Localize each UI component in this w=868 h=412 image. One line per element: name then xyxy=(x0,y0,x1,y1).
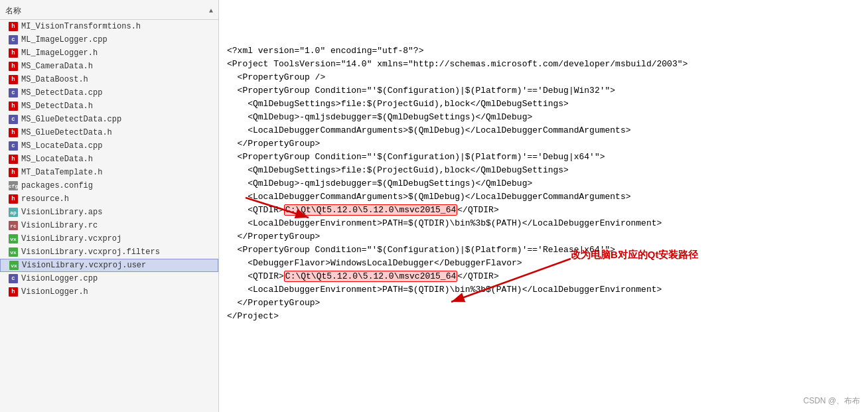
file-item[interactable]: hresource.h xyxy=(0,192,218,206)
file-name-label: MI_VisionTransformtions.h xyxy=(21,22,141,31)
code-line: </PropertyGroup> xyxy=(227,297,860,310)
file-type-icon: h xyxy=(8,61,19,72)
xml-code-block: <?xml version="1.0" encoding="utf-8"?><P… xyxy=(227,5,860,323)
file-name-label: VisionLibrary.vcxproj xyxy=(21,234,121,243)
file-name-label: MS_GlueDetectData.h xyxy=(21,128,112,137)
code-line: <PropertyGroup Condition="'$(Configurati… xyxy=(227,84,860,98)
code-line: <?xml version="1.0" encoding="utf-8"?> xyxy=(227,44,860,58)
file-sidebar: 名称 ▲ hMI_VisionTransformtions.hcML_Image… xyxy=(0,0,219,412)
file-type-icon: c xyxy=(8,273,19,284)
file-type-icon: vx xyxy=(9,260,19,271)
file-type-icon: vx xyxy=(8,247,19,257)
sort-icon[interactable]: ▲ xyxy=(209,7,213,15)
file-item[interactable]: vxVisionLibrary.vcxproj.filters xyxy=(0,245,218,259)
file-type-icon: h xyxy=(8,48,19,58)
file-item[interactable]: rcVisionLibrary.rc xyxy=(0,219,218,232)
file-name-label: VisionLibrary.rc xyxy=(21,221,98,230)
file-type-icon: vx xyxy=(8,234,19,244)
watermark: CSDN @、布布 xyxy=(803,395,860,407)
code-line: <QmlDebug>-qmljsdebugger=$(QmlDebugSetti… xyxy=(227,177,860,190)
code-line: </PropertyGroup> xyxy=(227,230,860,243)
file-list: hMI_VisionTransformtions.hcML_ImageLogge… xyxy=(0,20,218,299)
file-item[interactable]: hMS_GlueDetectData.h xyxy=(0,126,218,139)
file-item[interactable]: vxVisionLibrary.vcxproj.user xyxy=(0,259,218,272)
file-type-icon: c xyxy=(8,141,19,151)
file-name-label: resource.h xyxy=(21,194,69,204)
file-type-icon: h xyxy=(8,101,19,111)
code-line: <LocalDebuggerEnvironment>PATH=$(QTDIR)\… xyxy=(227,217,860,230)
code-line: <QmlDebug>-qmljsdebugger=$(QmlDebugSetti… xyxy=(227,111,860,124)
code-line: <QTDIR>C:\Qt\Qt5.12.0\5.12.0\msvc2015_64… xyxy=(227,204,860,217)
qtdir-highlight: C:\Qt\Qt5.12.0\5.12.0\msvc2015_64 xyxy=(284,271,457,282)
file-name-label: VisionLogger.h xyxy=(21,287,88,297)
file-item[interactable]: cfgpackages.config xyxy=(0,179,218,192)
file-name-label: MS_DetectData.h xyxy=(21,102,93,111)
main-code-area: <?xml version="1.0" encoding="utf-8"?><P… xyxy=(219,0,868,412)
file-type-icon: cfg xyxy=(8,180,19,191)
code-line: <QmlDebugSettings>file:$(ProjectGuid),bl… xyxy=(227,98,860,111)
code-line: <PropertyGroup Condition="'$(Configurati… xyxy=(227,151,860,164)
file-type-icon: h xyxy=(8,287,19,297)
file-type-icon: h xyxy=(8,154,19,165)
file-item[interactable]: hMS_LocateData.h xyxy=(0,153,218,166)
file-name-label: MS_LocateData.h xyxy=(21,155,93,164)
file-name-label: MS_DetectData.cpp xyxy=(21,88,102,98)
file-name-label: MT_DataTemplate.h xyxy=(21,168,102,177)
file-name-label: VisionLogger.cpp xyxy=(21,274,98,283)
qtdir-highlight: C:\Qt\Qt5.12.0\5.12.0\msvc2015_64 xyxy=(284,204,457,216)
file-item[interactable]: vxVisionLibrary.vcxproj xyxy=(0,232,218,245)
code-line: <LocalDebuggerCommandArguments>$(QmlDebu… xyxy=(227,190,860,204)
file-name-label: ML_ImageLogger.cpp xyxy=(21,35,108,44)
file-type-icon: h xyxy=(8,167,19,178)
code-line: <PropertyGroup /> xyxy=(227,71,860,84)
code-line: <QmlDebugSettings>file:$(ProjectGuid),bl… xyxy=(227,164,860,177)
code-line: </Project> xyxy=(227,310,860,323)
code-line: <Project ToolsVersion="14.0" xmlns="http… xyxy=(227,58,860,71)
code-line: </PropertyGroup> xyxy=(227,137,860,151)
file-type-icon: h xyxy=(8,74,19,85)
file-item[interactable]: cMS_GlueDetectData.cpp xyxy=(0,113,218,126)
file-type-icon: c xyxy=(8,34,19,45)
file-type-icon: rc xyxy=(8,220,19,231)
sidebar-header-title: 名称 xyxy=(5,5,21,17)
file-type-icon: ap xyxy=(8,207,19,218)
file-item[interactable]: hML_ImageLogger.h xyxy=(0,46,218,60)
file-name-label: VisionLibrary.vcxproj.filters xyxy=(21,247,160,257)
code-line: <LocalDebuggerCommandArguments>$(QmlDebu… xyxy=(227,124,860,137)
file-item[interactable]: hMS_DataBoost.h xyxy=(0,73,218,86)
sidebar-header: 名称 ▲ xyxy=(0,3,218,20)
code-line: <DebuggerFlavor>WindowsLocalDebugger</De… xyxy=(227,257,860,270)
file-name-label: MS_DataBoost.h xyxy=(21,75,88,84)
file-item[interactable]: hVisionLogger.h xyxy=(0,285,218,299)
file-item[interactable]: apVisionLibrary.aps xyxy=(0,206,218,219)
file-name-label: ML_ImageLogger.h xyxy=(21,48,98,58)
file-item[interactable]: cMS_DetectData.cpp xyxy=(0,86,218,100)
file-item[interactable]: cMS_LocateData.cpp xyxy=(0,139,218,153)
file-item[interactable]: hMI_VisionTransformtions.h xyxy=(0,20,218,33)
file-name-label: MS_GlueDetectData.cpp xyxy=(21,115,121,124)
file-type-icon: c xyxy=(8,88,19,98)
file-item[interactable]: hMS_DetectData.h xyxy=(0,100,218,113)
file-item[interactable]: hMT_DataTemplate.h xyxy=(0,166,218,179)
file-type-icon: c xyxy=(8,114,19,125)
code-line: <QTDIR>C:\Qt\Qt5.12.0\5.12.0\msvc2015_64… xyxy=(227,270,860,283)
file-name-label: packages.config xyxy=(21,181,93,190)
file-item[interactable]: cML_ImageLogger.cpp xyxy=(0,33,218,46)
file-name-label: MS_CameraData.h xyxy=(21,62,93,71)
file-type-icon: h xyxy=(8,194,19,204)
file-name-label: MS_LocateData.cpp xyxy=(21,141,102,151)
file-item[interactable]: hMS_CameraData.h xyxy=(0,60,218,73)
file-item[interactable]: cVisionLogger.cpp xyxy=(0,272,218,285)
file-type-icon: h xyxy=(8,21,19,32)
code-line: <LocalDebuggerEnvironment>PATH=$(QTDIR)\… xyxy=(227,283,860,297)
file-name-label: VisionLibrary.aps xyxy=(21,208,102,217)
code-line: <PropertyGroup Condition="'$(Configurati… xyxy=(227,243,860,257)
file-name-label: VisionLibrary.vcxproj.user xyxy=(22,261,146,270)
file-type-icon: h xyxy=(8,127,19,138)
